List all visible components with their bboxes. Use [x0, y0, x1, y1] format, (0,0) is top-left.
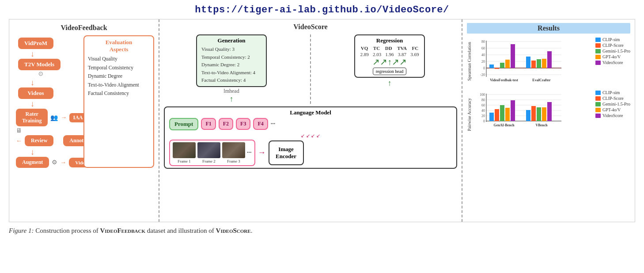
- svg-text:VideoFeedbak-test: VideoFeedbak-test: [490, 78, 518, 82]
- svg-rect-46: [537, 107, 541, 121]
- f4-token: F4: [253, 118, 268, 130]
- legend-gpt-2: GPT-4o/V: [595, 107, 630, 112]
- left-panel: VideoFeedback VidProM ↓ T2V Models ⚙ ↓ V…: [9, 19, 159, 222]
- svg-rect-39: [489, 113, 494, 121]
- svg-rect-45: [531, 106, 536, 121]
- svg-rect-41: [500, 105, 504, 121]
- frame-label-3: Frame 3: [227, 159, 240, 163]
- legend-clip-score-1: CLIP-Score: [595, 43, 630, 48]
- frames-ellipsis: ···: [247, 149, 252, 156]
- results-title: Results: [467, 23, 630, 34]
- augment-box: Augment: [16, 157, 49, 168]
- lm-title: Language Model: [169, 109, 452, 116]
- rater-training-box: Rater Training: [16, 109, 48, 126]
- frame-thumb-1: [173, 142, 196, 158]
- language-model-box: Language Model Prompt F1 F2 F3 F4 ··· ↙ …: [164, 106, 457, 169]
- legend-label-gpt-2: GPT-4o/V: [602, 107, 621, 112]
- left-panel-title: VideoFeedback: [14, 24, 154, 32]
- arrow-to-encoder: →: [258, 148, 266, 157]
- chart2-container: Pairwise Accuracy 100 80: [467, 90, 630, 139]
- legend-color-videoscore-1: [595, 61, 601, 65]
- arrow-right-1: →: [61, 114, 67, 121]
- frame-thumb-3: [222, 142, 245, 158]
- svg-rect-43: [511, 100, 515, 121]
- chart1-svg: 80 60 40 20 0 -20: [475, 37, 572, 86]
- eval-item-3: Dynamic Degree: [88, 72, 150, 81]
- header-url[interactable]: https://tiger-ai-lab.github.io/VideoScor…: [9, 4, 635, 15]
- eval-item-1: Visual Quality: [88, 55, 150, 64]
- caption: Figure 1: Construction process of VideoF…: [9, 226, 635, 236]
- svg-text:80: 80: [481, 98, 485, 102]
- svg-text:60: 60: [481, 103, 485, 107]
- chart2-svg: 100 80 60 40 20 0: [475, 90, 572, 139]
- svg-text:0: 0: [483, 66, 485, 70]
- frame-label-2: Frame 2: [202, 159, 216, 163]
- legend-label-clip-score-2: CLIP-Score: [602, 96, 624, 101]
- chart2-y-label: Pairwise Accuracy: [467, 98, 472, 131]
- legend-clip-score-2: CLIP-Score: [595, 96, 630, 101]
- legend-clip-sim-1: CLIP-sim: [595, 37, 630, 42]
- eval-item-4: Text-to-Video Alignment: [88, 81, 150, 90]
- reg-head-label: regression head: [373, 68, 406, 75]
- svg-text:40: 40: [481, 109, 485, 113]
- gen-title: Generation: [201, 37, 261, 44]
- legend-gpt-1: GPT-4o/V: [595, 54, 630, 59]
- up-arrow-reg: ↑: [388, 79, 392, 88]
- chart1-container: Spearman Correlation 80 60: [467, 37, 630, 86]
- chart2-legend: CLIP-sim CLIP-Score Gemini-1.5-Pro: [595, 90, 630, 118]
- svg-text:0: 0: [483, 119, 485, 123]
- legend-color-videoscore-2: [595, 114, 601, 118]
- svg-rect-22: [542, 59, 546, 68]
- legend-label-videoscore-1: VideoScore: [602, 60, 623, 65]
- legend-gemini-2: Gemini-1.5-Pro: [595, 102, 630, 106]
- reg-arrows: ↗↗↑↗↗: [360, 57, 420, 67]
- legend-label-gpt-1: GPT-4o/V: [602, 54, 621, 59]
- ellipsis: ···: [271, 121, 276, 128]
- legend-label-clip-score-1: CLIP-Score: [602, 43, 624, 48]
- arrow-3: ↓: [30, 100, 34, 108]
- reg-cols: VQTCDDTVAFC: [360, 46, 420, 51]
- right-panel: Results Spearman Correlation: [462, 19, 635, 222]
- svg-rect-16: [500, 63, 504, 68]
- legend-label-gemini-2: Gemini-1.5-Pro: [602, 102, 630, 106]
- svg-text:100: 100: [480, 93, 485, 97]
- svg-text:EvalCrafter: EvalCrafter: [532, 78, 551, 82]
- vidprom-box: VidProM: [18, 38, 53, 49]
- chart1-area: Spearman Correlation 80 60: [467, 37, 630, 86]
- prompt-token: Prompt: [169, 118, 198, 130]
- frame-thumb-2: [197, 142, 220, 158]
- legend-color-gpt-2: [595, 108, 601, 112]
- legend-color-gpt-1: [595, 55, 601, 59]
- legend-videoscore-2: VideoScore: [595, 113, 630, 118]
- svg-text:20: 20: [481, 60, 485, 64]
- legend-color-clip-score-2: [595, 96, 601, 101]
- arrow-4: ↓: [30, 148, 34, 156]
- svg-rect-18: [511, 44, 515, 68]
- videos-box: Videos: [18, 87, 53, 99]
- arrow-1: ↓: [30, 50, 34, 58]
- f2-token: F2: [219, 118, 233, 130]
- connect-arrows-label: ↙ ↙ ↙ ↙: [169, 133, 452, 139]
- svg-rect-19: [526, 57, 530, 68]
- lmhead-label: lmhead: [224, 88, 239, 95]
- svg-rect-42: [505, 108, 510, 121]
- svg-text:60: 60: [481, 46, 485, 50]
- svg-rect-14: [489, 64, 494, 68]
- eval-item-5: Factual Consistency: [88, 89, 150, 98]
- eval-item-2: Temporal Consistency: [88, 64, 150, 72]
- vs-title: VideoScore: [164, 23, 457, 31]
- svg-text:80: 80: [481, 40, 485, 44]
- eval-aspects-title: EvaluationAspects: [88, 39, 150, 53]
- chart1-inner: 80 60 40 20 0 -20: [475, 37, 590, 86]
- middle-panel: VideoScore Generation Visual Quality: 3 …: [159, 19, 462, 222]
- svg-rect-48: [547, 102, 552, 121]
- caption-fig-label: Figure 1:: [9, 227, 34, 234]
- svg-rect-23: [547, 51, 552, 68]
- svg-text:40: 40: [481, 53, 485, 57]
- svg-rect-40: [495, 109, 499, 121]
- t2v-box: T2V Models: [18, 59, 61, 70]
- f3-token: F3: [236, 118, 250, 130]
- frames-box: Frame 1 Frame 2 Frame 3 ···: [169, 140, 255, 166]
- left-flow: VidProM ↓ T2V Models ⚙ ↓ Videos ↓ Rater …: [14, 38, 80, 168]
- legend-label-gemini-1: Gemini-1.5-Pro: [602, 49, 630, 53]
